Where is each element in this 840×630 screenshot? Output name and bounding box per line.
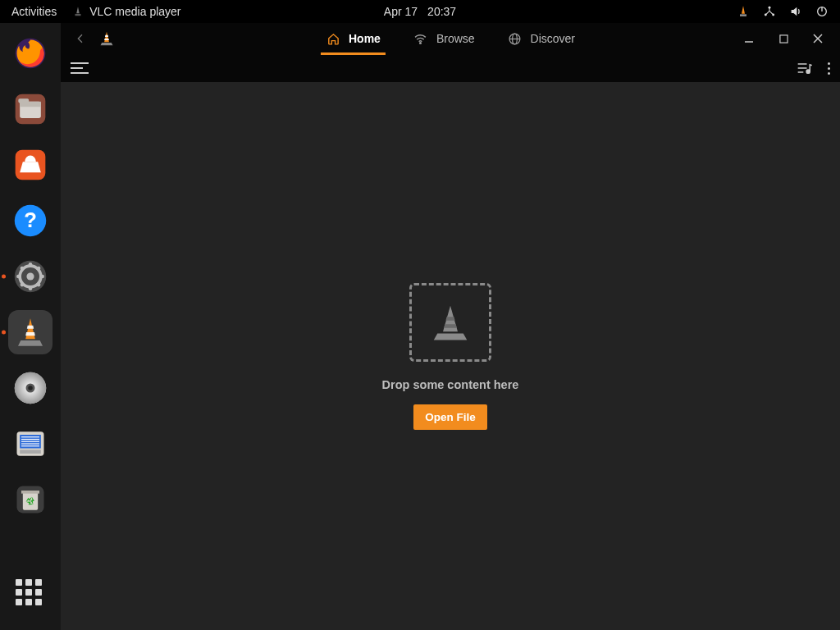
minimize-button[interactable] <box>737 26 761 51</box>
vlc-window: Home Browse Discover <box>61 23 840 630</box>
svg-point-22 <box>37 267 41 271</box>
svg-rect-11 <box>18 98 29 103</box>
titlebar: Home Browse Discover <box>61 23 840 54</box>
svg-point-18 <box>29 286 33 290</box>
svg-point-19 <box>16 275 21 279</box>
menu-button[interactable] <box>71 59 89 77</box>
close-button[interactable] <box>806 26 830 51</box>
vlc-cone-icon <box>71 5 84 18</box>
content-area[interactable]: Drop some content here Open File <box>61 82 840 630</box>
svg-rect-0 <box>75 14 81 16</box>
svg-point-20 <box>40 275 44 279</box>
clock[interactable]: Apr 17 20:37 <box>384 5 456 18</box>
vlc-cone-gray-icon <box>428 300 472 345</box>
wifi-icon <box>413 31 428 46</box>
dock-vlc[interactable] <box>8 310 52 354</box>
svg-rect-40 <box>21 491 39 494</box>
drop-text: Drop some content here <box>382 378 519 391</box>
dock-files[interactable] <box>8 87 52 131</box>
open-file-button[interactable]: Open File <box>413 404 487 430</box>
tab-browse[interactable]: Browse <box>412 23 477 54</box>
volume-icon[interactable] <box>789 5 802 18</box>
tab-home[interactable]: Home <box>324 23 382 54</box>
svg-text:?: ? <box>24 208 37 231</box>
drop-zone[interactable] <box>409 283 491 362</box>
svg-point-23 <box>21 283 25 287</box>
activities-button[interactable]: Activities <box>11 5 57 18</box>
svg-point-17 <box>29 262 33 267</box>
app-menu[interactable]: VLC media player <box>71 5 180 18</box>
network-icon[interactable] <box>763 5 776 18</box>
dock-help[interactable]: ? <box>8 199 52 243</box>
dock-scanner[interactable] <box>8 422 52 466</box>
svg-rect-39 <box>23 492 38 510</box>
toolbar <box>61 54 840 82</box>
show-applications[interactable] <box>16 579 45 609</box>
gnome-top-panel: Activities VLC media player Apr 17 20:37 <box>0 0 840 23</box>
ubuntu-dock: ? <box>0 23 61 630</box>
maximize-button[interactable] <box>771 26 796 51</box>
playlist-icon[interactable] <box>797 61 813 75</box>
tab-discover[interactable]: Discover <box>506 23 577 54</box>
svg-rect-46 <box>779 34 787 42</box>
dock-disc[interactable] <box>8 366 52 410</box>
vlc-tray-icon[interactable] <box>737 5 750 18</box>
svg-point-21 <box>21 267 25 271</box>
svg-point-41 <box>420 42 422 43</box>
dock-trash[interactable] <box>8 477 52 522</box>
svg-rect-37 <box>20 450 41 454</box>
dock-firefox[interactable] <box>8 31 52 75</box>
power-icon[interactable] <box>815 5 829 18</box>
home-icon <box>326 31 340 46</box>
dock-settings[interactable] <box>8 254 52 299</box>
svg-point-29 <box>28 386 33 390</box>
more-options-button[interactable] <box>828 62 830 75</box>
vlc-logo-icon <box>98 30 115 47</box>
globe-icon <box>508 31 523 46</box>
dock-software[interactable] <box>8 143 52 187</box>
svg-rect-1 <box>740 14 746 16</box>
svg-point-24 <box>37 283 41 287</box>
svg-point-25 <box>26 272 34 280</box>
back-button[interactable] <box>71 29 90 48</box>
